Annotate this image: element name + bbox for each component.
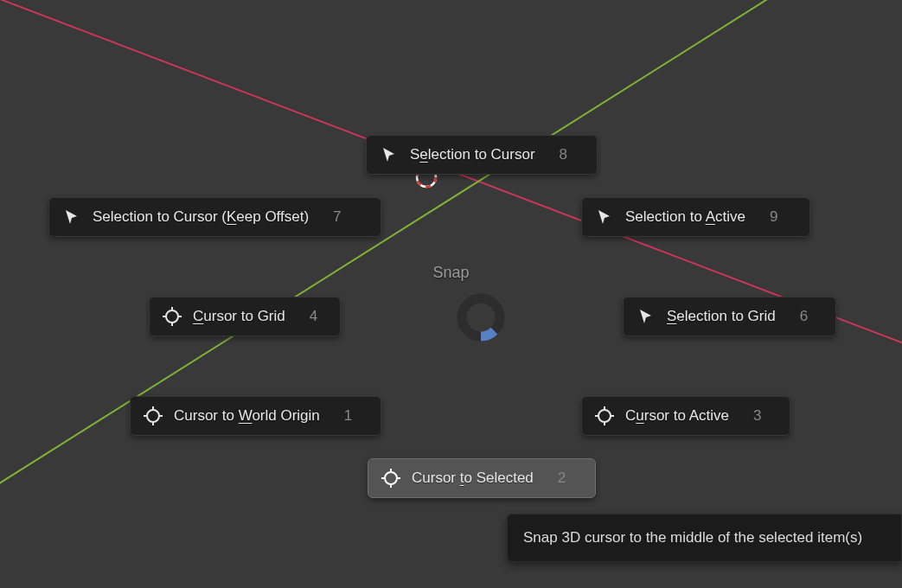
menu-item-label: Cursor to Active <box>625 407 729 425</box>
snap-selection-to-cursor-keep-offset[interactable]: Selection to Cursor (Keep Offset) 7 <box>48 197 381 237</box>
snap-selection-to-cursor[interactable]: Selection to Cursor 8 <box>366 135 598 175</box>
menu-item-label: Cursor to Selected <box>412 470 534 487</box>
cursor-target-icon <box>594 406 615 426</box>
pointer-icon <box>379 144 400 165</box>
svg-point-20 <box>385 472 397 484</box>
pie-ring <box>456 292 506 342</box>
menu-item-label: Cursor to Grid <box>193 308 285 325</box>
menu-item-shortcut: 3 <box>753 407 761 425</box>
svg-point-4 <box>462 298 500 336</box>
snap-cursor-to-grid[interactable]: Cursor to Grid 4 <box>149 297 341 336</box>
menu-item-shortcut: 4 <box>310 308 317 325</box>
menu-item-shortcut: 7 <box>333 208 341 226</box>
snap-cursor-to-world-origin[interactable]: Cursor to World Origin 1 <box>130 396 381 436</box>
pie-menu-title: Snap <box>432 264 469 282</box>
menu-item-shortcut: 8 <box>560 146 567 163</box>
svg-point-10 <box>147 410 159 422</box>
pointer-icon <box>61 207 82 227</box>
cursor-target-icon <box>143 406 163 426</box>
snap-selection-to-active[interactable]: Selection to Active 9 <box>581 197 810 237</box>
cursor-target-icon <box>162 306 182 327</box>
svg-point-15 <box>598 410 611 422</box>
menu-item-label: Selection to Active <box>625 208 745 226</box>
menu-item-label: Selection to Cursor (Keep Offset) <box>93 208 309 226</box>
pointer-icon <box>594 207 615 227</box>
cursor-target-icon <box>381 468 401 489</box>
menu-item-label: Selection to Cursor <box>410 146 535 163</box>
menu-item-label: Cursor to World Origin <box>174 407 320 425</box>
menu-item-shortcut: 2 <box>558 470 566 487</box>
menu-item-shortcut: 1 <box>344 407 352 425</box>
viewport-axes <box>0 0 902 588</box>
svg-point-5 <box>166 310 178 323</box>
menu-item-shortcut: 9 <box>770 208 777 226</box>
pointer-icon <box>636 306 656 327</box>
snap-selection-to-grid[interactable]: Selection to Grid 6 <box>623 297 836 336</box>
snap-cursor-to-selected[interactable]: Cursor to Selected 2 <box>368 458 596 498</box>
snap-cursor-to-active[interactable]: Cursor to Active 3 <box>581 396 790 436</box>
menu-item-label: Selection to Grid <box>667 308 776 325</box>
tooltip: Snap 3D cursor to the middle of the sele… <box>507 514 902 562</box>
menu-item-shortcut: 6 <box>800 308 808 325</box>
